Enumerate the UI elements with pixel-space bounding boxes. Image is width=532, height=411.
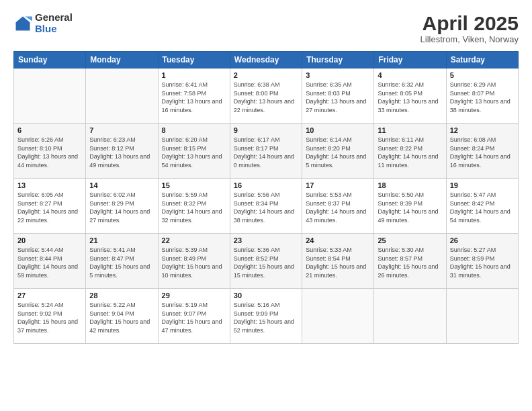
day-number: 18 (378, 181, 442, 189)
day-number: 20 (17, 236, 82, 244)
calendar-cell: 16Sunrise: 5:56 AM Sunset: 8:34 PM Dayli… (230, 179, 302, 234)
day-number: 25 (378, 236, 442, 244)
day-info: Sunrise: 6:38 AM Sunset: 8:00 PM Dayligh… (234, 81, 298, 114)
day-number: 14 (89, 181, 154, 189)
week-row-5: 27Sunrise: 5:24 AM Sunset: 9:02 PM Dayli… (14, 289, 519, 344)
logo-blue-text: Blue (35, 24, 73, 35)
day-number: 7 (89, 126, 154, 134)
week-row-1: 1Sunrise: 6:41 AM Sunset: 7:58 PM Daylig… (14, 68, 519, 124)
day-info: Sunrise: 5:50 AM Sunset: 8:39 PM Dayligh… (378, 191, 442, 224)
calendar-subtitle: Lillestrom, Viken, Norway (420, 34, 519, 44)
calendar-cell: 5Sunrise: 6:29 AM Sunset: 8:07 PM Daylig… (446, 68, 518, 124)
day-info: Sunrise: 6:26 AM Sunset: 8:10 PM Dayligh… (17, 136, 82, 169)
day-info: Sunrise: 5:16 AM Sunset: 9:09 PM Dayligh… (234, 301, 298, 334)
day-info: Sunrise: 5:30 AM Sunset: 8:57 PM Dayligh… (378, 246, 442, 279)
calendar-cell: 1Sunrise: 6:41 AM Sunset: 7:58 PM Daylig… (158, 68, 230, 124)
calendar-cell: 10Sunrise: 6:14 AM Sunset: 8:20 PM Dayli… (302, 124, 374, 179)
day-number: 4 (378, 71, 442, 79)
calendar-cell: 28Sunrise: 5:22 AM Sunset: 9:04 PM Dayli… (86, 289, 158, 344)
calendar-cell: 19Sunrise: 5:47 AM Sunset: 8:42 PM Dayli… (446, 179, 518, 234)
calendar-cell: 23Sunrise: 5:36 AM Sunset: 8:52 PM Dayli… (230, 234, 302, 289)
day-info: Sunrise: 6:02 AM Sunset: 8:29 PM Dayligh… (89, 191, 154, 224)
calendar-cell (446, 289, 518, 344)
day-info: Sunrise: 6:17 AM Sunset: 8:17 PM Dayligh… (234, 136, 298, 169)
calendar-cell: 30Sunrise: 5:16 AM Sunset: 9:09 PM Dayli… (230, 289, 302, 344)
calendar-cell: 24Sunrise: 5:33 AM Sunset: 8:54 PM Dayli… (302, 234, 374, 289)
page: General Blue April 2025 Lillestrom, Vike… (0, 0, 532, 411)
day-info: Sunrise: 5:47 AM Sunset: 8:42 PM Dayligh… (450, 191, 515, 224)
calendar-cell: 26Sunrise: 5:27 AM Sunset: 8:59 PM Dayli… (446, 234, 518, 289)
day-info: Sunrise: 5:24 AM Sunset: 9:02 PM Dayligh… (17, 301, 82, 334)
svg-marker-0 (16, 16, 30, 30)
day-number: 9 (234, 126, 298, 134)
calendar-cell: 22Sunrise: 5:39 AM Sunset: 8:49 PM Dayli… (158, 234, 230, 289)
col-header-friday: Friday (374, 52, 446, 68)
calendar-cell: 15Sunrise: 5:59 AM Sunset: 8:32 PM Dayli… (158, 179, 230, 234)
calendar-cell: 12Sunrise: 6:08 AM Sunset: 8:24 PM Dayli… (446, 124, 518, 179)
day-number: 13 (17, 181, 82, 189)
day-number: 17 (306, 181, 370, 189)
calendar-cell (86, 68, 158, 124)
col-header-sunday: Sunday (14, 52, 86, 68)
calendar-cell: 7Sunrise: 6:23 AM Sunset: 8:12 PM Daylig… (86, 124, 158, 179)
day-info: Sunrise: 5:39 AM Sunset: 8:49 PM Dayligh… (162, 246, 226, 279)
calendar-cell: 4Sunrise: 6:32 AM Sunset: 8:05 PM Daylig… (374, 68, 446, 124)
day-info: Sunrise: 6:23 AM Sunset: 8:12 PM Dayligh… (89, 136, 154, 169)
day-info: Sunrise: 6:11 AM Sunset: 8:22 PM Dayligh… (378, 136, 442, 169)
day-number: 26 (450, 236, 515, 244)
day-number: 3 (306, 71, 370, 79)
logo-general-text: General (35, 12, 73, 24)
calendar-header-row: SundayMondayTuesdayWednesdayThursdayFrid… (14, 52, 519, 68)
day-number: 5 (450, 71, 515, 79)
day-number: 8 (162, 126, 226, 134)
week-row-3: 13Sunrise: 6:05 AM Sunset: 8:27 PM Dayli… (14, 179, 519, 234)
day-number: 10 (306, 126, 370, 134)
day-info: Sunrise: 5:53 AM Sunset: 8:37 PM Dayligh… (306, 191, 370, 224)
calendar-cell: 20Sunrise: 5:44 AM Sunset: 8:44 PM Dayli… (14, 234, 86, 289)
calendar-cell: 9Sunrise: 6:17 AM Sunset: 8:17 PM Daylig… (230, 124, 302, 179)
day-info: Sunrise: 5:33 AM Sunset: 8:54 PM Dayligh… (306, 246, 370, 279)
day-info: Sunrise: 5:56 AM Sunset: 8:34 PM Dayligh… (234, 191, 298, 224)
col-header-tuesday: Tuesday (158, 52, 230, 68)
day-info: Sunrise: 6:32 AM Sunset: 8:05 PM Dayligh… (378, 81, 442, 114)
title-block: April 2025 Lillestrom, Viken, Norway (420, 12, 519, 44)
day-number: 6 (17, 126, 82, 134)
calendar-cell: 25Sunrise: 5:30 AM Sunset: 8:57 PM Dayli… (374, 234, 446, 289)
day-info: Sunrise: 6:29 AM Sunset: 8:07 PM Dayligh… (450, 81, 515, 114)
col-header-monday: Monday (86, 52, 158, 68)
day-number: 11 (378, 126, 442, 134)
calendar-cell: 21Sunrise: 5:41 AM Sunset: 8:47 PM Dayli… (86, 234, 158, 289)
day-number: 29 (162, 291, 226, 300)
day-number: 21 (89, 236, 154, 244)
calendar-cell: 17Sunrise: 5:53 AM Sunset: 8:37 PM Dayli… (302, 179, 374, 234)
day-number: 12 (450, 126, 515, 134)
calendar-cell: 8Sunrise: 6:20 AM Sunset: 8:15 PM Daylig… (158, 124, 230, 179)
logo-text: General Blue (35, 12, 73, 34)
calendar-cell (14, 68, 86, 124)
day-info: Sunrise: 5:41 AM Sunset: 8:47 PM Dayligh… (89, 246, 154, 279)
calendar-cell: 6Sunrise: 6:26 AM Sunset: 8:10 PM Daylig… (14, 124, 86, 179)
day-info: Sunrise: 5:59 AM Sunset: 8:32 PM Dayligh… (162, 191, 226, 224)
calendar-cell: 3Sunrise: 6:35 AM Sunset: 8:03 PM Daylig… (302, 68, 374, 124)
calendar-cell: 2Sunrise: 6:38 AM Sunset: 8:00 PM Daylig… (230, 68, 302, 124)
day-info: Sunrise: 5:19 AM Sunset: 9:07 PM Dayligh… (162, 301, 226, 334)
calendar-cell: 14Sunrise: 6:02 AM Sunset: 8:29 PM Dayli… (86, 179, 158, 234)
calendar-table: SundayMondayTuesdayWednesdayThursdayFrid… (13, 51, 519, 344)
calendar-title: April 2025 (420, 12, 519, 34)
day-info: Sunrise: 5:27 AM Sunset: 8:59 PM Dayligh… (450, 246, 515, 279)
day-info: Sunrise: 6:05 AM Sunset: 8:27 PM Dayligh… (17, 191, 82, 224)
day-number: 23 (234, 236, 298, 244)
day-number: 22 (162, 236, 226, 244)
day-number: 28 (89, 291, 154, 300)
day-info: Sunrise: 5:44 AM Sunset: 8:44 PM Dayligh… (17, 246, 82, 279)
calendar-cell: 18Sunrise: 5:50 AM Sunset: 8:39 PM Dayli… (374, 179, 446, 234)
col-header-wednesday: Wednesday (230, 52, 302, 68)
day-info: Sunrise: 6:14 AM Sunset: 8:20 PM Dayligh… (306, 136, 370, 169)
day-number: 15 (162, 181, 226, 189)
day-info: Sunrise: 5:36 AM Sunset: 8:52 PM Dayligh… (234, 246, 298, 279)
day-number: 2 (234, 71, 298, 79)
calendar-cell: 13Sunrise: 6:05 AM Sunset: 8:27 PM Dayli… (14, 179, 86, 234)
calendar-cell (302, 289, 374, 344)
day-info: Sunrise: 5:22 AM Sunset: 9:04 PM Dayligh… (89, 301, 154, 334)
calendar-cell: 29Sunrise: 5:19 AM Sunset: 9:07 PM Dayli… (158, 289, 230, 344)
